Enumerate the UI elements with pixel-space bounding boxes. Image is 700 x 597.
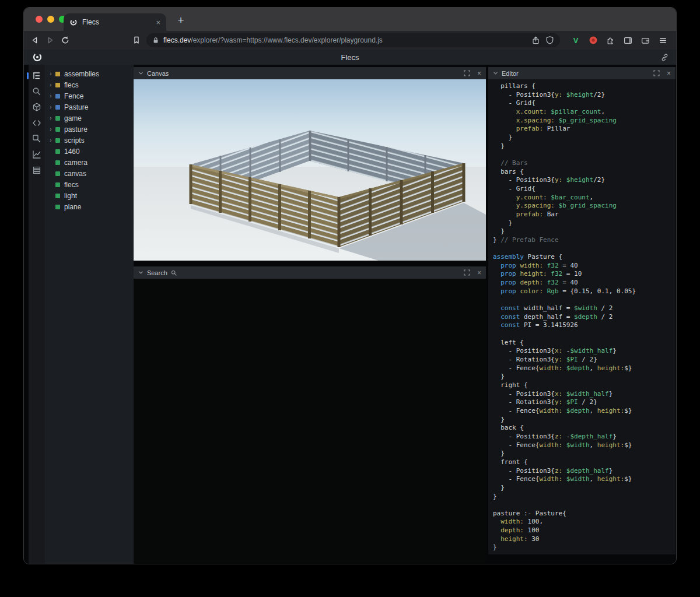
code-line: } bbox=[493, 484, 671, 493]
bookmark-icon[interactable] bbox=[131, 35, 142, 45]
code-line: } bbox=[493, 227, 671, 236]
expand-chevron-icon[interactable]: › bbox=[50, 90, 55, 101]
tree-item[interactable]: flecs bbox=[45, 179, 134, 190]
code-line: - Fence{width: $width, height:$} bbox=[493, 475, 671, 484]
code-line: prop width: f32 = 40 bbox=[493, 262, 671, 271]
search-icon[interactable] bbox=[32, 86, 42, 97]
tab-title: Flecs bbox=[82, 18, 151, 26]
tree-item-label: scripts bbox=[64, 136, 85, 145]
code-line: y.count: $bar_count, bbox=[493, 194, 671, 202]
canvas-panel-header: Canvas × bbox=[134, 67, 486, 79]
search-magnifier-icon bbox=[171, 270, 177, 276]
canvas-3d-view[interactable] bbox=[134, 79, 486, 261]
share-icon[interactable] bbox=[531, 36, 540, 45]
code-line: prefab: Bar bbox=[493, 210, 671, 219]
collapse-chevron-icon[interactable] bbox=[493, 71, 498, 76]
code-line: - Rotation3{y: $PI / 2} bbox=[493, 356, 671, 364]
url-text: flecs.dev/explorer/?wasm=https://www.fle… bbox=[163, 36, 383, 44]
expand-chevron-icon[interactable]: › bbox=[50, 113, 55, 124]
sidebar-icon[interactable] bbox=[623, 36, 633, 45]
collapse-chevron-icon[interactable] bbox=[138, 270, 144, 275]
expand-chevron-icon[interactable]: › bbox=[50, 101, 55, 113]
tree-item[interactable]: ›pasture bbox=[45, 124, 134, 135]
extensions-puzzle-icon[interactable] bbox=[606, 36, 615, 45]
wallet-icon[interactable] bbox=[640, 36, 650, 45]
expand-chevron-icon[interactable]: › bbox=[50, 68, 55, 79]
editor-code[interactable]: pillars { - Position3{y: $height/2} - Gr… bbox=[488, 79, 676, 554]
search-results-area[interactable] bbox=[134, 279, 486, 564]
expand-chevron-icon[interactable]: › bbox=[50, 135, 55, 146]
search-panel: Search × bbox=[134, 266, 486, 564]
tree-item[interactable]: canvas bbox=[45, 168, 134, 179]
shield-icon[interactable] bbox=[545, 36, 554, 45]
tree-item[interactable]: ›game bbox=[45, 113, 134, 124]
inspect-icon[interactable] bbox=[32, 134, 42, 144]
flecs-favicon-icon bbox=[69, 18, 78, 26]
tab-close-icon[interactable]: × bbox=[156, 18, 160, 27]
red-circle-extension-icon[interactable] bbox=[589, 36, 598, 45]
entity-color-square bbox=[55, 138, 60, 143]
code-line: - Fence{width: $depth, height:$} bbox=[493, 364, 671, 373]
expand-panel-icon[interactable] bbox=[464, 269, 470, 276]
editor-panel: Editor × pillars { - Position3{y: $heigh… bbox=[488, 67, 676, 554]
code-line: - Position3{x: -$width_half} bbox=[493, 347, 671, 356]
code-line: } bbox=[493, 543, 671, 552]
entity-tree[interactable]: ›assemblies›flecs›Fence›Pasture›game›pas… bbox=[45, 65, 134, 564]
code-line: x.count: $pillar_count, bbox=[493, 108, 671, 117]
back-icon[interactable] bbox=[30, 35, 40, 45]
code-line: depth: 100 bbox=[493, 526, 671, 535]
close-window-button[interactable] bbox=[36, 16, 43, 23]
tree-item[interactable]: ›scripts bbox=[45, 135, 134, 146]
code-line: - Fence{width: $depth, height:$} bbox=[493, 407, 671, 416]
forward-icon[interactable] bbox=[45, 35, 55, 45]
code-line: } bbox=[493, 373, 671, 381]
reload-icon[interactable] bbox=[60, 35, 71, 45]
code-line: } bbox=[493, 219, 671, 228]
code-line: assembly Pasture { bbox=[493, 253, 671, 262]
tree-item[interactable]: ›flecs bbox=[45, 79, 134, 90]
code-line: pasture :- Pasture{ bbox=[493, 510, 671, 518]
address-bar[interactable]: flecs.dev/explorer/?wasm=https://www.fle… bbox=[146, 33, 560, 47]
code-line bbox=[493, 150, 671, 159]
tree-item-label: assemblies bbox=[64, 70, 99, 78]
tree-item[interactable]: ›assemblies bbox=[45, 68, 134, 79]
flecs-logo-icon[interactable] bbox=[32, 52, 43, 62]
code-line: } bbox=[493, 493, 671, 501]
tree-item[interactable]: ›Pasture bbox=[45, 101, 134, 113]
expand-panel-icon[interactable] bbox=[653, 70, 660, 76]
close-panel-icon[interactable]: × bbox=[477, 269, 481, 277]
app-header: Flecs bbox=[24, 50, 676, 65]
tree-item-label: plane bbox=[64, 203, 81, 211]
tables-icon[interactable] bbox=[32, 165, 42, 175]
menu-icon[interactable] bbox=[658, 36, 668, 45]
entity-color-square bbox=[55, 182, 60, 187]
new-tab-button[interactable]: + bbox=[173, 13, 188, 28]
tab-strip: Flecs × + bbox=[24, 8, 676, 31]
permalink-icon[interactable] bbox=[660, 53, 669, 62]
expand-chevron-icon[interactable]: › bbox=[50, 124, 55, 135]
lock-icon bbox=[152, 37, 159, 44]
browser-window: Flecs × + flecs.dev/explorer/?wasm=https… bbox=[23, 7, 677, 564]
tree-item[interactable]: camera bbox=[45, 157, 134, 168]
entity-color-square bbox=[55, 160, 60, 165]
minimize-window-button[interactable] bbox=[47, 16, 54, 23]
code-line: bars { bbox=[493, 168, 671, 177]
code-icon[interactable] bbox=[32, 118, 42, 128]
tree-item[interactable]: plane bbox=[45, 201, 134, 212]
tree-item[interactable]: light bbox=[45, 190, 134, 201]
expand-chevron-icon[interactable]: › bbox=[50, 79, 55, 90]
stats-icon[interactable] bbox=[32, 149, 42, 160]
collapse-chevron-icon[interactable] bbox=[138, 71, 144, 76]
expand-panel-icon[interactable] bbox=[464, 70, 470, 76]
entities-icon[interactable] bbox=[32, 102, 42, 113]
code-line: - Position3{z: -$depth_half} bbox=[493, 433, 671, 441]
code-line bbox=[493, 330, 671, 339]
browser-tab[interactable]: Flecs × bbox=[64, 13, 166, 31]
close-panel-icon[interactable]: × bbox=[667, 69, 671, 78]
code-line: left { bbox=[493, 339, 671, 347]
close-panel-icon[interactable]: × bbox=[477, 69, 481, 78]
tree-view-icon[interactable] bbox=[32, 71, 42, 81]
tree-item[interactable]: ›Fence bbox=[45, 90, 134, 101]
tree-item[interactable]: 1460 bbox=[45, 146, 134, 157]
v-extension-icon[interactable]: V bbox=[570, 36, 581, 45]
